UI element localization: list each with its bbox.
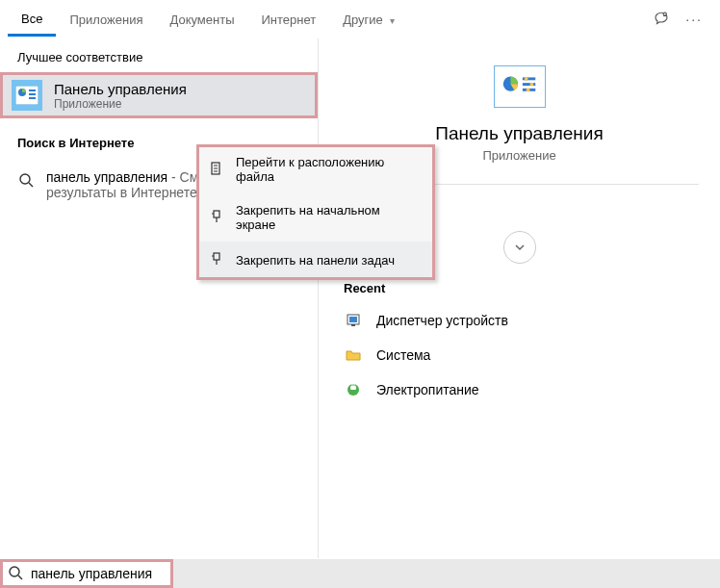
tab-more-label: Другие [343, 13, 383, 27]
menu-open-location-label: Перейти к расположению файла [236, 155, 423, 184]
best-match-header: Лучшее соответствие [0, 38, 318, 72]
svg-rect-24 [349, 317, 357, 322]
svg-point-6 [20, 174, 30, 184]
best-match-item[interactable]: Панель управления Приложение [0, 72, 318, 118]
svg-rect-28 [352, 384, 353, 386]
svg-point-19 [524, 77, 527, 81]
power-icon [344, 382, 363, 397]
recent-system-label: Система [376, 347, 430, 363]
web-item-title: панель управления [46, 169, 167, 185]
svg-point-20 [529, 83, 533, 87]
folder-location-icon [209, 161, 224, 179]
tab-docs[interactable]: Документы [156, 3, 247, 35]
menu-pin-start[interactable]: Закрепить на начальном экране [197, 193, 434, 242]
menu-pin-start-label: Закрепить на начальном экране [236, 203, 423, 232]
recent-power-label: Электропитание [376, 382, 479, 397]
menu-open-location[interactable]: Перейти к расположению файла [197, 145, 434, 193]
svg-line-31 [18, 575, 22, 579]
search-input[interactable] [31, 566, 166, 581]
pin-start-icon [209, 209, 224, 227]
tab-web[interactable]: Интернет [247, 3, 329, 35]
more-icon[interactable]: ··· [685, 12, 703, 27]
web-item-sub: результаты в Интернете [46, 185, 198, 200]
search-icon [8, 565, 23, 583]
tab-more[interactable]: Другие ▾ [329, 3, 408, 35]
tab-apps[interactable]: Приложения [56, 3, 156, 35]
svg-line-7 [29, 183, 33, 187]
search-bar[interactable] [0, 559, 173, 588]
tab-all[interactable]: Все [8, 2, 56, 37]
best-match-title: Панель управления [54, 81, 187, 97]
recent-devmgr-label: Диспетчер устройств [376, 313, 508, 328]
control-panel-icon [12, 80, 42, 111]
svg-rect-29 [354, 384, 355, 386]
system-folder-icon [344, 347, 363, 363]
recent-system[interactable]: Система [319, 338, 720, 372]
menu-pin-taskbar-label: Закрепить на панели задач [236, 253, 395, 268]
search-icon [17, 171, 35, 189]
recent-devmgr[interactable]: Диспетчер устройств [319, 303, 720, 338]
svg-rect-25 [351, 324, 355, 326]
web-item-suffix: - См [167, 169, 198, 185]
context-menu: Перейти к расположению файла Закрепить н… [196, 144, 435, 280]
svg-point-21 [526, 88, 529, 91]
feedback-icon[interactable] [653, 11, 670, 28]
expand-button[interactable] [503, 231, 536, 264]
details-panel: Панель управления Приложение Открыть Rec… [318, 38, 720, 558]
recent-power[interactable]: Электропитание [319, 372, 720, 407]
pin-taskbar-icon [209, 251, 224, 269]
svg-rect-27 [350, 386, 356, 390]
chevron-down-icon: ▾ [390, 15, 395, 26]
recent-header: Recent [319, 277, 720, 303]
device-manager-icon [344, 313, 363, 328]
svg-rect-5 [29, 97, 36, 99]
svg-rect-4 [29, 93, 36, 95]
menu-pin-taskbar[interactable]: Закрепить на панели задач [197, 242, 434, 279]
tabs-bar: Все Приложения Документы Интернет Другие… [0, 0, 720, 38]
svg-point-30 [10, 567, 19, 576]
details-title: Панель управления [319, 123, 720, 144]
best-match-sub: Приложение [54, 97, 187, 111]
results-left: Лучшее соответствие Панель управления Пр… [0, 38, 318, 558]
svg-rect-12 [214, 253, 219, 260]
svg-rect-3 [29, 89, 36, 91]
control-panel-icon-large [494, 65, 546, 108]
svg-rect-9 [214, 211, 219, 217]
